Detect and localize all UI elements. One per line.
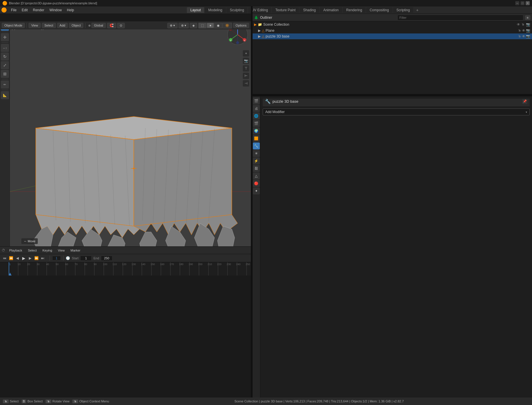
prop-tab-render[interactable]: 🎬	[253, 97, 260, 104]
camera-perspective-btn[interactable]: 📷	[243, 58, 249, 64]
outliner-filter-btn[interactable]: ≡	[525, 15, 530, 20]
window-controls[interactable]: ─ □ ✕	[515, 1, 530, 5]
status-shortcuts: 🖱 Select B Box Select 🖱 Rotate View 🖱 Ob…	[3, 400, 109, 403]
prop-tab-modifier[interactable]: 🔧	[253, 142, 260, 149]
next-keyframe-btn[interactable]: ⏩	[33, 255, 39, 261]
scale-tool[interactable]: ⤢	[1, 61, 9, 69]
prop-tab-material[interactable]: 🔴	[253, 180, 260, 187]
prop-tab-world[interactable]: 🌍	[253, 127, 260, 134]
cursor-tool[interactable]: ✛	[1, 33, 9, 41]
prop-tab-shader-fx[interactable]: ✦	[253, 187, 260, 194]
maximize-button[interactable]: □	[520, 1, 525, 5]
object-mode-dropdown[interactable]: Object Mode	[2, 23, 25, 28]
marker-menu[interactable]: Marker	[69, 248, 82, 252]
tab-layout[interactable]: Layout	[187, 7, 204, 13]
tab-compositing[interactable]: Compositing	[366, 7, 392, 13]
prev-keyframe-btn[interactable]: ⏪	[8, 255, 14, 261]
outliner-plane-item[interactable]: ▶ △ Plane 🖱 👁 📷	[252, 28, 532, 33]
timeline-playhead[interactable]	[9, 262, 9, 275]
xray-toggle[interactable]: ◈	[190, 23, 197, 28]
viewport-header: Object Mode View Select Add Object ⊕ Glo…	[0, 21, 251, 29]
svg-text:Y: Y	[230, 39, 232, 42]
prev-frame-btn[interactable]: ◀	[14, 255, 20, 261]
view-menu-tl[interactable]: View	[56, 248, 67, 252]
dropdown-arrow: ▾	[526, 110, 527, 114]
menu-window[interactable]: Window	[47, 7, 64, 13]
add-modifier-label: Add Modifier	[265, 110, 285, 114]
object-menu-btn[interactable]: Object	[69, 23, 83, 28]
shading-solid[interactable]: ●	[207, 23, 214, 28]
prop-tab-constraints[interactable]: ⛓	[253, 165, 260, 172]
shading-material[interactable]: ◉	[214, 23, 222, 28]
viewport-grid	[10, 21, 251, 246]
rotate-tool[interactable]: ↻	[1, 52, 9, 61]
add-modifier-btn[interactable]: Add Modifier ▾	[263, 108, 530, 115]
prop-tab-data[interactable]: △	[253, 172, 260, 179]
add-workspace-button[interactable]: +	[414, 7, 421, 13]
next-frame-btn[interactable]: ▶	[27, 255, 33, 261]
side-ortho-btn[interactable]: ⊣	[243, 80, 249, 87]
play-btn[interactable]: ▶	[21, 255, 27, 261]
annotate-tool[interactable]: ✏	[1, 80, 9, 89]
prop-tab-particles[interactable]: ✳	[253, 150, 260, 157]
view-menu-btn[interactable]: View	[29, 23, 41, 28]
add-menu-btn[interactable]: Add	[57, 23, 68, 28]
proportional-edit[interactable]: ⊙	[117, 23, 125, 28]
jump-start-btn[interactable]: ⏮	[2, 255, 7, 261]
tab-modeling[interactable]: Modeling	[205, 7, 226, 13]
prop-tab-object[interactable]: 🟧	[253, 135, 260, 142]
start-frame-input[interactable]	[80, 256, 92, 261]
timeline-track[interactable]: 1 10 20 30 40 50 60 70 80 90 100 110 120…	[0, 262, 251, 275]
snap-toggle[interactable]: 🧲	[107, 23, 116, 28]
prop-tab-scene[interactable]: 🎬	[253, 120, 260, 127]
viewport-overlays-btn[interactable]: ⊗ ▾	[178, 23, 189, 28]
minimize-button[interactable]: ─	[515, 1, 519, 5]
select-menu-btn[interactable]: Select	[42, 23, 56, 28]
menu-help[interactable]: Help	[65, 7, 76, 13]
menu-render[interactable]: Render	[31, 7, 46, 13]
jump-end-btn[interactable]: ⏭	[40, 255, 46, 261]
svg-text:200: 200	[198, 263, 202, 266]
outliner-puzzle-item[interactable]: ▶ △ puzzle 3D base 🖱 👁 📷	[252, 33, 532, 39]
move-tool[interactable]: ↔↕	[1, 44, 9, 52]
transform-tool[interactable]: ⊞	[1, 70, 9, 78]
tl-sep-2	[63, 256, 63, 261]
measure-tool[interactable]: 📐	[1, 91, 9, 99]
viewport-gizmos-btn[interactable]: ⊕ ▾	[167, 23, 178, 28]
scene-collection-row[interactable]: ▶ 📁 Scene Collection 👁 🖱 📷	[252, 21, 532, 28]
prop-tab-physics[interactable]: ⚡	[253, 158, 260, 164]
main-panel-splitter[interactable]	[251, 6, 253, 405]
move-indicator: ↔ Move	[21, 238, 38, 244]
outliner-filter-input[interactable]	[397, 15, 523, 20]
pin-properties-btn[interactable]: 📌	[522, 99, 527, 104]
menu-edit[interactable]: Edit	[19, 7, 30, 13]
box-select-key: B	[22, 400, 27, 403]
select-menu-tl[interactable]: Select	[26, 248, 39, 252]
playback-menu[interactable]: Playback	[7, 248, 24, 252]
end-frame-input[interactable]	[101, 256, 112, 261]
svg-text:30: 30	[37, 263, 40, 266]
prop-tab-view-layer[interactable]: 🌐	[253, 112, 260, 119]
status-info: Scene Collection | puzzle 3D base | Vert…	[109, 400, 529, 403]
svg-text:110: 110	[112, 263, 117, 266]
tab-sculpting[interactable]: Sculpting	[226, 7, 247, 13]
menu-file[interactable]: File	[9, 7, 19, 13]
options-button[interactable]: Options	[233, 23, 249, 28]
outliner-title: Outliner	[260, 16, 272, 20]
shading-render[interactable]: 🔆	[223, 23, 232, 28]
prop-tab-output[interactable]: 🖨	[253, 105, 260, 112]
tab-scripting[interactable]: Scripting	[393, 7, 413, 13]
close-button[interactable]: ✕	[526, 1, 530, 5]
tab-animation[interactable]: Animation	[320, 7, 342, 13]
keying-menu[interactable]: Keying	[41, 248, 54, 252]
zoom-to-fit-btn[interactable]: ⌖	[243, 50, 249, 57]
tab-texture-paint[interactable]: Texture Paint	[272, 7, 299, 13]
svg-text:150: 150	[151, 263, 155, 266]
top-ortho-btn[interactable]: ⊤	[243, 65, 249, 72]
tab-shading[interactable]: Shading	[300, 7, 319, 13]
tab-rendering[interactable]: Rendering	[343, 7, 366, 13]
transform-orientation[interactable]: Global	[91, 23, 106, 28]
front-ortho-btn[interactable]: ⊢	[243, 73, 249, 79]
3d-viewport[interactable]: User Perspective (1) Scene Collection | …	[10, 21, 251, 246]
shading-wire[interactable]: ⬚	[198, 23, 206, 28]
